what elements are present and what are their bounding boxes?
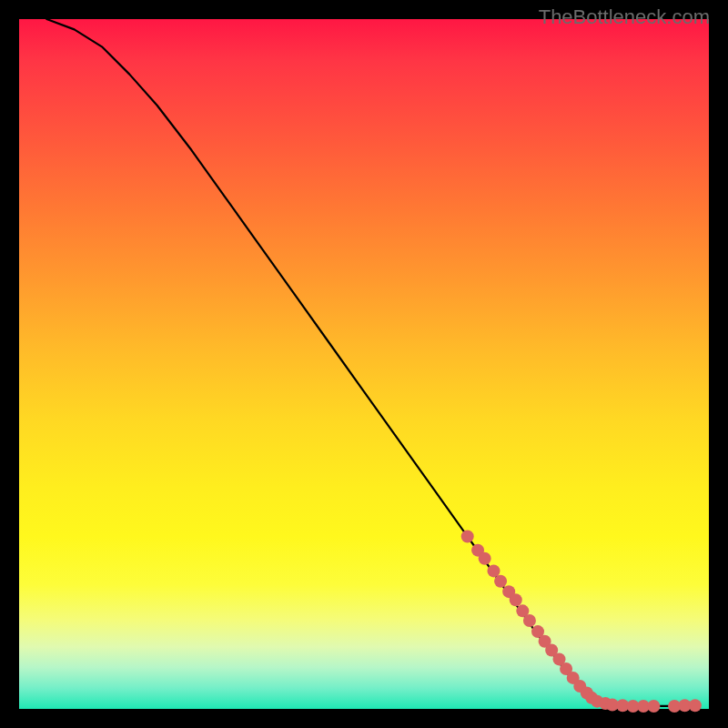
chart-container: TheBottleneck.com <box>0 0 728 728</box>
data-point <box>488 564 500 577</box>
plot-area <box>19 19 709 709</box>
data-point <box>523 614 536 627</box>
bottleneck-curve <box>46 19 695 706</box>
data-point <box>647 700 660 713</box>
data-point <box>461 531 474 543</box>
data-point <box>689 699 702 712</box>
data-point <box>510 593 522 606</box>
data-point <box>494 575 507 588</box>
chart-svg <box>19 19 709 709</box>
data-point <box>479 552 491 565</box>
watermark-text: TheBottleneck.com <box>539 5 710 29</box>
